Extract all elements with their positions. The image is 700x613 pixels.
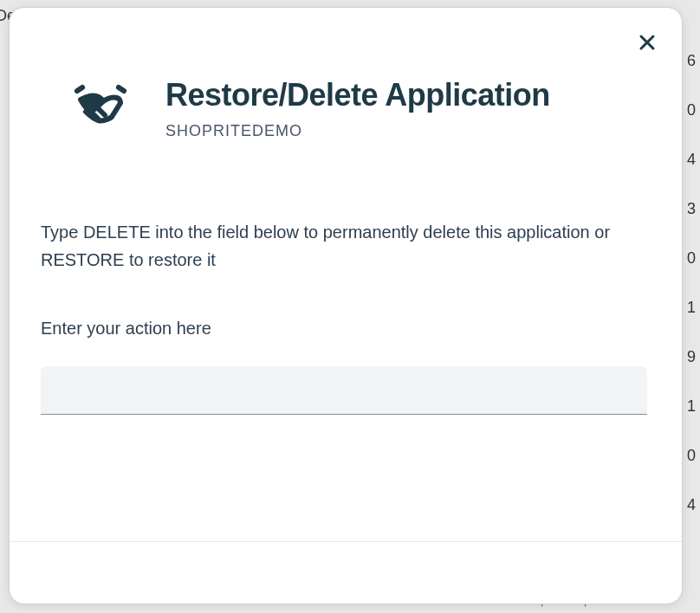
modal-footer [10, 541, 682, 603]
restore-delete-modal: Restore/Delete Application SHOPRITEDEMO … [9, 7, 683, 604]
action-input-label: Enter your action here [41, 319, 647, 339]
instructions-text: Type DELETE into the field below to perm… [41, 218, 647, 274]
modal-subtitle: SHOPRITEDEMO [165, 122, 550, 140]
modal-overlay: Restore/Delete Application SHOPRITEDEMO … [0, 0, 700, 613]
handshake-icon [70, 84, 131, 139]
modal-title: Restore/Delete Application [165, 77, 550, 113]
close-button[interactable] [637, 32, 658, 53]
modal-header: Restore/Delete Application SHOPRITEDEMO [10, 8, 682, 140]
close-icon [638, 34, 656, 51]
action-input[interactable] [41, 366, 647, 415]
modal-body: Type DELETE into the field below to perm… [10, 140, 682, 541]
